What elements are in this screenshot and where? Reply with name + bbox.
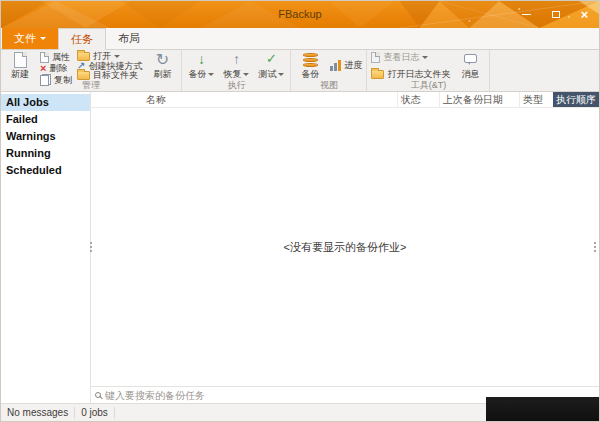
sidebar-item-warnings[interactable]: Warnings — [1, 128, 90, 145]
column-header-order[interactable]: 执行顺序 — [553, 92, 599, 107]
list-header: 名称 状态 上次备份日期 类型 执行顺序 — [91, 92, 599, 108]
ribbon-group-view: 备份 进度 视图 — [291, 50, 367, 91]
empty-message: <没有要显示的备份作业> — [284, 240, 407, 255]
close-button[interactable]: × — [570, 1, 599, 28]
run-backup-label: 备份 — [188, 70, 206, 79]
column-header-type[interactable]: 类型 — [519, 92, 553, 107]
log-folder-icon — [371, 70, 384, 79]
splitter-handle-right[interactable] — [594, 242, 596, 244]
ribbon: 新建 属性 × 删除 复制 — [1, 50, 599, 92]
properties-icon — [40, 52, 49, 63]
restore-label: 恢复 — [223, 70, 241, 79]
manage-button-column-2: 打开 ↗ 创建快捷方式 目标文件夹 — [77, 51, 142, 80]
main-area: All Jobs Failed Warnings Running Schedul… — [1, 92, 599, 403]
copy-icon — [40, 74, 51, 86]
chevron-down-icon — [208, 73, 214, 76]
window-title: FBackup — [1, 1, 599, 28]
tab-task-label: 任务 — [71, 32, 93, 47]
tools-button-column: 查看日志 打开日志文件夹 — [371, 51, 450, 80]
tab-file-label: 文件 — [14, 31, 36, 46]
delete-label: 删除 — [49, 64, 67, 73]
open-label: 打开 — [93, 52, 111, 61]
chevron-down-icon — [243, 73, 249, 76]
ribbon-filler — [490, 50, 599, 91]
delete-button[interactable]: × 删除 — [40, 63, 72, 74]
minimize-button[interactable] — [512, 1, 541, 28]
progress-icon — [330, 60, 341, 71]
new-document-icon — [14, 52, 27, 68]
close-icon: × — [581, 8, 589, 21]
group-label-tools: 工具(&T) — [371, 80, 485, 91]
restore-button[interactable]: ↑ 恢复 — [221, 51, 251, 80]
ribbon-group-execute: ↓ 备份 ↑ 恢复 ✓ 测试 执行 — [182, 50, 291, 91]
restore-icon: ↑ — [233, 52, 240, 66]
tab-file[interactable]: 文件 — [2, 28, 58, 49]
job-list-area: 名称 状态 上次备份日期 类型 执行顺序 <没有要显示的备份作业> — [91, 92, 599, 403]
group-label-manage: 管理 — [5, 80, 177, 91]
progress-label: 进度 — [344, 61, 362, 70]
splitter-handle-left[interactable] — [90, 242, 92, 244]
run-backup-icon: ↓ — [198, 52, 205, 66]
messages-icon — [464, 54, 477, 63]
view-log-button[interactable]: 查看日志 — [371, 52, 450, 63]
open-folder-icon — [77, 52, 90, 61]
open-button[interactable]: 打开 — [77, 52, 142, 61]
test-button[interactable]: ✓ 测试 — [256, 51, 286, 80]
chevron-down-icon — [114, 55, 120, 58]
messages-label: 消息 — [461, 70, 479, 79]
progress-button[interactable]: 进度 — [330, 60, 362, 71]
delete-icon: × — [40, 63, 46, 74]
chevron-down-icon — [422, 56, 428, 59]
sidebar-item-scheduled[interactable]: Scheduled — [1, 162, 90, 179]
maximize-icon — [552, 11, 560, 18]
sidebar-item-failed[interactable]: Failed — [1, 111, 90, 128]
tab-layout-label: 布局 — [118, 31, 140, 46]
view-backup-label: 备份 — [301, 70, 319, 79]
destination-folder-icon — [77, 71, 90, 80]
ribbon-group-tools: 查看日志 打开日志文件夹 消息 工具(&T) — [367, 50, 490, 91]
group-label-view: 视图 — [295, 80, 362, 91]
chevron-down-icon — [278, 73, 284, 76]
test-icon: ✓ — [266, 52, 277, 65]
search-icon — [95, 392, 101, 398]
view-backup-button[interactable]: 备份 — [295, 51, 325, 80]
group-label-execute: 执行 — [186, 80, 286, 91]
run-backup-button[interactable]: ↓ 备份 — [186, 51, 216, 80]
sidebar-item-running[interactable]: Running — [1, 145, 90, 162]
messages-button[interactable]: 消息 — [455, 51, 485, 80]
new-job-button[interactable]: 新建 — [5, 51, 35, 80]
column-header-name[interactable]: 名称 — [91, 92, 397, 107]
column-header-status[interactable]: 状态 — [397, 92, 439, 107]
chevron-down-icon — [40, 37, 46, 40]
window-controls: × — [512, 1, 599, 28]
status-jobs: 0 jobs — [75, 407, 115, 419]
destination-folder-label: 目标文件夹 — [93, 71, 138, 80]
tab-task[interactable]: 任务 — [58, 28, 106, 50]
ribbon-group-manage: 新建 属性 × 删除 复制 — [1, 50, 182, 91]
manage-button-column-1: 属性 × 删除 复制 — [40, 51, 72, 80]
column-header-last-backup[interactable]: 上次备份日期 — [439, 92, 519, 107]
destination-folder-button[interactable]: 目标文件夹 — [77, 71, 142, 80]
properties-label: 属性 — [52, 53, 70, 62]
refresh-label: 刷新 — [153, 70, 171, 79]
titlebar: FBackup × — [1, 1, 599, 28]
open-log-folder-button[interactable]: 打开日志文件夹 — [371, 70, 450, 79]
maximize-button[interactable] — [541, 1, 570, 28]
sidebar-item-all-jobs[interactable]: All Jobs — [1, 94, 90, 111]
ribbon-tabrow: 文件 任务 布局 — [1, 28, 599, 50]
test-label: 测试 — [258, 70, 276, 79]
tab-layout[interactable]: 布局 — [106, 28, 152, 49]
list-body: <没有要显示的备份作业> — [91, 108, 599, 386]
status-messages: No messages — [1, 407, 75, 419]
sidebar: All Jobs Failed Warnings Running Schedul… — [1, 92, 91, 403]
view-log-icon — [371, 52, 380, 63]
database-icon — [303, 52, 318, 67]
refresh-button[interactable]: ↻ 刷新 — [147, 51, 177, 80]
properties-button[interactable]: 属性 — [40, 52, 72, 63]
app-window: FBackup × 文件 任务 布局 新建 — [0, 0, 600, 422]
dark-overlay — [486, 397, 599, 421]
new-job-label: 新建 — [11, 70, 29, 79]
minimize-icon — [522, 14, 531, 15]
open-log-folder-label: 打开日志文件夹 — [387, 70, 450, 79]
refresh-icon: ↻ — [156, 52, 169, 68]
